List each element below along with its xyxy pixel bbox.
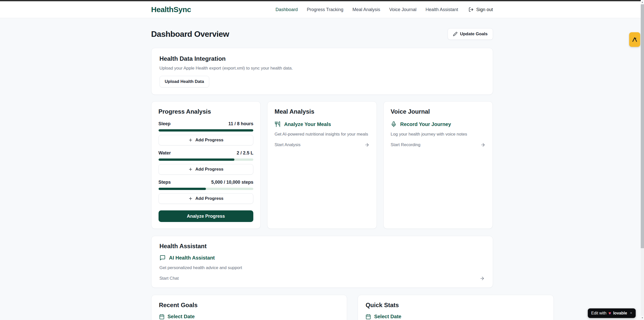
sign-out-label: Sign out: [476, 7, 493, 12]
start-analysis-action[interactable]: Start Analysis: [274, 142, 370, 147]
metric-water: Water 2 / 2.5 L Add Progress: [159, 150, 254, 175]
add-progress-label: Add Progress: [195, 167, 223, 172]
quick-stats-select-date[interactable]: Select Date: [365, 314, 546, 319]
chat-bubble-icon: [160, 255, 166, 261]
ai-health-assistant-link[interactable]: AI Health Assistant: [160, 255, 485, 261]
upload-health-data-button[interactable]: Upload Health Data: [160, 76, 209, 87]
integration-title: Health Data Integration: [160, 55, 485, 62]
nav-voice-journal[interactable]: Voice Journal: [389, 7, 416, 12]
update-goals-label: Update Goals: [460, 31, 488, 37]
scroll-down-arrow[interactable]: ▼: [641, 316, 644, 320]
metric-sleep: Sleep 11 / 8 hours Add Progress: [159, 121, 254, 145]
recent-goals-card: Recent Goals Select Date Today Yesterday…: [151, 295, 347, 320]
microphone-icon: [391, 121, 397, 127]
arrow-right-icon: [364, 142, 370, 147]
add-progress-sleep-button[interactable]: Add Progress: [159, 135, 254, 145]
amber-a-logo-icon: [631, 36, 638, 43]
record-your-journey-label: Record Your Journey: [400, 121, 451, 127]
plus-icon: [188, 138, 193, 142]
start-analysis-label: Start Analysis: [274, 142, 300, 147]
metric-steps: Steps 5,000 / 10,000 steps Add Progress: [159, 180, 254, 204]
calendar-icon: [365, 314, 371, 319]
integration-description: Upload your Apple Health export (export.…: [160, 66, 485, 71]
metric-value: 11 / 8 hours: [228, 121, 253, 126]
start-recording-label: Start Recording: [391, 142, 420, 147]
lovable-heart-icon: ♥: [608, 311, 611, 315]
metric-label: Steps: [159, 180, 171, 185]
start-chat-label: Start Chat: [160, 276, 179, 281]
edit-with-lovable-badge[interactable]: Edit with ♥ lovable ×: [588, 308, 636, 318]
page-title: Dashboard Overview: [151, 29, 229, 39]
metric-label: Water: [159, 150, 171, 156]
nav-dashboard[interactable]: Dashboard: [275, 7, 298, 12]
plus-icon: [188, 167, 193, 172]
sign-out-button[interactable]: Sign out: [469, 7, 493, 12]
select-date-label: Select Date: [168, 314, 195, 319]
app-logo: HealthSync: [151, 5, 191, 14]
metric-label: Sleep: [159, 121, 171, 126]
log-out-icon: [469, 7, 474, 12]
voice-journal-card: Voice Journal Record Your Journey Log yo…: [383, 101, 493, 229]
progress-analysis-title: Progress Analysis: [159, 108, 254, 115]
scroll-up-arrow[interactable]: ▲: [641, 0, 644, 4]
main-nav: Dashboard Progress Tracking Meal Analysi…: [275, 7, 493, 12]
steps-progress-bar: [159, 188, 254, 190]
quick-stats-title: Quick Stats: [365, 302, 546, 309]
meal-analysis-title: Meal Analysis: [274, 108, 370, 115]
water-progress-bar: [159, 158, 254, 161]
start-recording-action[interactable]: Start Recording: [391, 142, 486, 147]
health-assistant-card: Health Assistant AI Health Assistant Get…: [151, 236, 493, 288]
voice-journal-description: Log your health journey with voice notes: [391, 132, 486, 137]
add-progress-steps-button[interactable]: Add Progress: [159, 193, 254, 204]
nav-meal-analysis[interactable]: Meal Analysis: [352, 7, 380, 12]
pencil-icon: [453, 32, 457, 36]
vertical-scrollbar[interactable]: ▲ ▼: [641, 0, 644, 320]
add-progress-water-button[interactable]: Add Progress: [159, 164, 254, 175]
close-icon[interactable]: ×: [630, 311, 632, 315]
sleep-progress-bar: [159, 129, 254, 132]
arrow-right-icon: [480, 142, 485, 147]
metric-value: 2 / 2.5 L: [237, 150, 253, 156]
quick-stats-card: Quick Stats Select Date Today Yesterday …: [358, 295, 554, 320]
utensils-icon: [274, 121, 281, 127]
lovable-brand-label: lovable: [613, 311, 627, 315]
health-assistant-description: Get personalized health advice and suppo…: [160, 265, 485, 270]
health-assistant-title: Health Assistant: [160, 243, 485, 250]
recent-goals-title: Recent Goals: [159, 302, 340, 309]
nav-health-assistant[interactable]: Health Assistant: [425, 7, 458, 12]
analyze-progress-button[interactable]: Analyze Progress: [159, 210, 254, 222]
update-goals-button[interactable]: Update Goals: [448, 28, 493, 40]
edit-with-label: Edit with: [591, 311, 606, 315]
ai-health-assistant-label: AI Health Assistant: [169, 255, 215, 261]
select-date-label: Select Date: [374, 314, 401, 319]
start-chat-action[interactable]: Start Chat: [160, 276, 485, 281]
metric-value: 5,000 / 10,000 steps: [211, 180, 253, 185]
record-your-journey-link[interactable]: Record Your Journey: [391, 121, 486, 127]
voice-journal-title: Voice Journal: [391, 108, 486, 115]
add-progress-label: Add Progress: [195, 138, 223, 143]
floating-extension-badge[interactable]: [629, 32, 640, 47]
health-data-integration-card: Health Data Integration Upload your Appl…: [151, 48, 493, 95]
app-header: HealthSync Dashboard Progress Tracking M…: [0, 1, 644, 18]
meal-analysis-card: Meal Analysis Analyze Your Meals Get AI-…: [267, 101, 377, 229]
add-progress-label: Add Progress: [195, 196, 223, 201]
nav-progress-tracking[interactable]: Progress Tracking: [307, 7, 343, 12]
calendar-icon: [159, 314, 165, 319]
analyze-your-meals-label: Analyze Your Meals: [284, 121, 331, 127]
recent-goals-select-date[interactable]: Select Date: [159, 314, 340, 319]
plus-icon: [188, 196, 193, 201]
arrow-right-icon: [480, 276, 485, 281]
meal-analysis-description: Get AI-powered nutritional insights for …: [274, 132, 370, 137]
analyze-your-meals-link[interactable]: Analyze Your Meals: [274, 121, 370, 127]
scrollbar-thumb[interactable]: [641, 4, 644, 248]
progress-analysis-card: Progress Analysis Sleep 11 / 8 hours Add…: [151, 101, 261, 229]
